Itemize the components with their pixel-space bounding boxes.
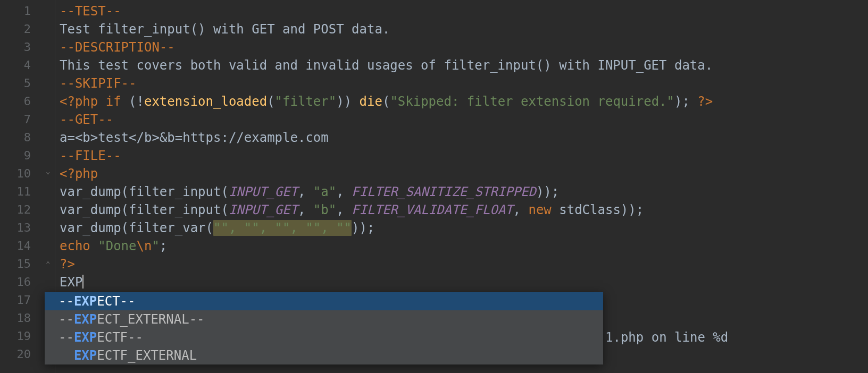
autocomplete-item[interactable]: --EXPECTF-- [45, 328, 603, 346]
string-literal: "filter" [275, 94, 337, 109]
section-skipif: --SKIPIF-- [60, 76, 137, 91]
code-line: var_dump(filter_input(INPUT_GET, "b", FI… [60, 201, 868, 219]
line-number: 17 [0, 291, 47, 309]
escape-sequence: \n [137, 239, 152, 253]
code-text: var_dump(filter_var( [60, 221, 213, 235]
line-number: 12 [0, 201, 47, 219]
fold-start-icon[interactable]: ⌄ [46, 167, 53, 175]
func-call: extension_loaded [144, 94, 267, 109]
constant: INPUT_GET [229, 184, 298, 199]
punct: )); [352, 221, 374, 235]
item-prefix: -- [59, 294, 74, 309]
keyword-echo: echo [60, 239, 98, 253]
keyword-new: new [528, 202, 559, 217]
fold-end-icon[interactable]: ⌃ [46, 260, 53, 268]
string-literal: "b" [313, 202, 336, 217]
item-prefix [59, 348, 74, 363]
code-text: var_dump(filter_input( [60, 184, 229, 199]
string-literal: "a" [313, 184, 336, 199]
section-file: --FILE-- [60, 148, 121, 163]
section-description: --DESCRIPTION-- [60, 40, 175, 55]
item-match: EXP [74, 348, 97, 363]
autocomplete-item[interactable]: --EXPECT_EXTERNAL-- [45, 310, 603, 328]
punct: ( [267, 94, 274, 109]
current-line-highlight [0, 147, 868, 165]
punct: )) [336, 94, 359, 109]
punct: )); [621, 202, 644, 217]
string-literal: "Done [98, 239, 136, 253]
autocomplete-item[interactable]: --EXPECT-- [45, 292, 603, 310]
line-number: 13 [0, 219, 47, 237]
constant: FILTER_SANITIZE_STRIPPED [352, 184, 536, 199]
autocomplete-popup[interactable]: --EXPECT-- --EXPECT_EXTERNAL-- --EXPECTF… [45, 292, 603, 364]
code-text: a=<b>test</b>&b=https://example.com [60, 130, 329, 145]
text-caret [82, 275, 84, 289]
line-number: 11 [0, 183, 47, 201]
line-number: 3 [0, 38, 47, 56]
code-text: var_dump(filter_input( [60, 202, 229, 217]
code-line: var_dump(filter_input(INPUT_GET, "a", FI… [60, 183, 868, 201]
line-number: 1 [0, 2, 47, 20]
code-line: <?php if (!extension_loaded("filter")) d… [60, 92, 868, 111]
line-number: 9 [0, 147, 47, 165]
punct: , [336, 202, 352, 217]
item-suffix: ECT_EXTERNAL-- [97, 312, 204, 327]
item-match: EXP [74, 294, 97, 309]
typed-text: EXP [60, 275, 82, 290]
code-line-current: EXP [60, 273, 868, 291]
line-number: 6 [0, 92, 47, 111]
php-close-tag: ?> [697, 94, 713, 109]
line-number: 14 [0, 237, 47, 255]
code-line: echo "Done\n"; [60, 237, 868, 255]
line-number: 4 [0, 56, 47, 74]
code-line: var_dump(filter_var("", "", "", "", ""))… [60, 219, 868, 237]
line-number: 20 [0, 345, 47, 363]
code-area[interactable]: --TEST-- Test filter_input() with GET an… [55, 0, 868, 373]
item-suffix: ECT-- [97, 294, 135, 309]
class-name: stdClass [559, 202, 621, 217]
func-call: die [360, 94, 382, 109]
punct: )); [536, 184, 559, 199]
line-number-gutter: 1 2 3 4 5 6 7 8 9 10 11 12 13 14 15 16 1… [0, 0, 47, 373]
punct: ( [382, 94, 390, 109]
item-suffix: ECTF_EXTERNAL [97, 348, 197, 363]
line-number: 7 [0, 111, 47, 129]
autocomplete-item[interactable]: EXPECTF_EXTERNAL [45, 346, 603, 364]
line-number: 5 [0, 74, 47, 92]
punct: , [298, 202, 313, 217]
line-number: 19 [0, 327, 47, 345]
line-number: 10 [0, 165, 47, 183]
punct: , [298, 184, 313, 199]
code-editor: 1 2 3 4 5 6 7 8 9 10 11 12 13 14 15 16 1… [0, 0, 868, 373]
section-get: --GET-- [60, 112, 113, 127]
punct: ; [160, 239, 167, 253]
php-close-tag: ?> [60, 257, 75, 272]
constant: INPUT_GET [229, 202, 298, 217]
code-text: This test covers both valid and invalid … [60, 58, 713, 73]
punct: , [513, 202, 529, 217]
line-number: 15 [0, 255, 47, 273]
string-literal: " [152, 239, 159, 253]
punct: ); [674, 94, 697, 109]
item-match: EXP [74, 312, 97, 327]
line-number: 16 [0, 273, 47, 291]
item-prefix: -- [59, 330, 74, 345]
item-prefix: -- [59, 312, 74, 327]
punct: , [336, 184, 352, 199]
line-number: 2 [0, 20, 47, 38]
php-open-tag: <?php [60, 94, 106, 109]
string-literal: "Skipped: filter extension required." [390, 94, 674, 109]
php-open-tag: <?php [60, 166, 98, 181]
constant: FILTER_VALIDATE_FLOAT [352, 202, 513, 217]
keyword-if: if [106, 94, 129, 109]
code-text: 1.php on line %d [605, 328, 728, 346]
punct: (! [129, 94, 144, 109]
code-text: Test filter_input() with GET and POST da… [60, 22, 390, 37]
line-number: 8 [0, 129, 47, 147]
item-match: EXP [74, 330, 97, 345]
line-number: 18 [0, 309, 47, 327]
item-suffix: ECTF-- [97, 330, 143, 345]
section-test: --TEST-- [60, 4, 121, 19]
selection: "", "", "", "", "" [213, 220, 352, 236]
